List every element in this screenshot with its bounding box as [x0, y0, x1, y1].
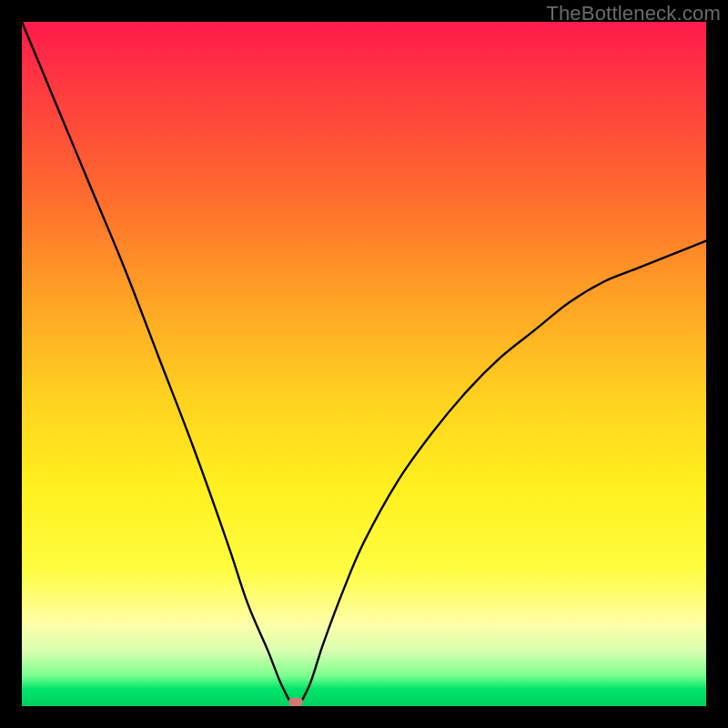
curve-path — [22, 22, 706, 706]
chart-frame: TheBottleneck.com — [0, 0, 728, 728]
bottleneck-curve — [22, 22, 706, 706]
optimal-marker — [288, 698, 303, 706]
plot-area — [22, 22, 706, 706]
